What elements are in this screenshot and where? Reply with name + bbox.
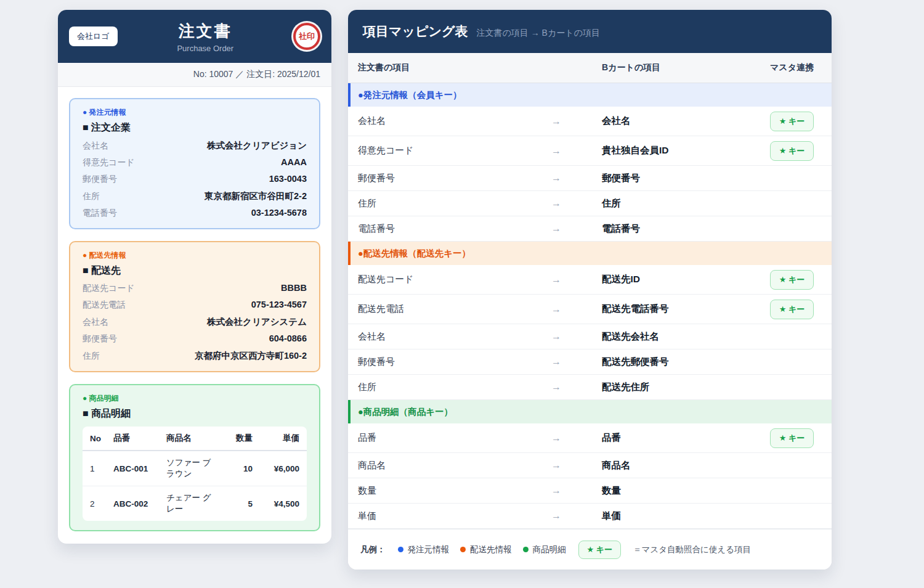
- mapping-row: 数量→数量: [348, 478, 832, 504]
- mapping-row: 商品名→商品名: [348, 453, 832, 478]
- item-table-row: 1ABC-001ソファー ブラウン10¥6,000: [83, 451, 307, 486]
- info-row: 電話番号03-1234-5678: [83, 208, 307, 219]
- info-label: 郵便番号: [83, 174, 117, 185]
- key-badge-cell: ★ キー: [762, 270, 822, 290]
- item-table-header-row: No品番商品名数量単価: [83, 427, 307, 451]
- info-value: 075-123-4567: [251, 300, 307, 309]
- info-row: 会社名株式会社クリアシステム: [83, 316, 307, 328]
- target-field-label: 品番: [602, 431, 762, 444]
- section-tag: ● 配送先情報: [83, 250, 307, 261]
- info-row: 会社名株式会社クリアビジョン: [83, 140, 307, 152]
- mapping-group-header: ●配送先情報（配送先キー）: [348, 242, 832, 265]
- section-heading: ■ 商品明細: [83, 407, 307, 420]
- key-badge: ★ キー: [770, 141, 814, 161]
- field-mapping-card: 項目マッピング表 注文書の項目 → Bカートの項目 注文書の項目 Bカートの項目…: [348, 10, 832, 570]
- legend-item-label: 商品明細: [533, 544, 566, 555]
- item-cell: チェアー グレー: [166, 492, 217, 515]
- item-column-header: 商品名: [166, 433, 217, 444]
- legend-item: 発注元情報: [398, 544, 450, 555]
- item-cell: ¥6,000: [253, 464, 299, 473]
- arrow-right-icon: →: [543, 173, 602, 184]
- info-label: 配送先電話: [83, 300, 126, 311]
- target-field-label: 単価: [602, 510, 762, 523]
- mapping-subtitle: 注文書の項目 → Bカートの項目: [476, 28, 599, 39]
- source-field-label: 数量: [358, 485, 543, 497]
- item-cell: ABC-002: [113, 499, 166, 508]
- company-seal-icon: 社印: [293, 23, 320, 50]
- column-header-master-link: マスタ連携: [762, 62, 822, 73]
- source-field-label: 得意先コード: [358, 145, 543, 157]
- info-value: BBBB: [281, 283, 307, 293]
- legend-key-note: ＝マスタ自動照合に使える項目: [633, 544, 751, 555]
- info-label: 電話番号: [83, 208, 117, 219]
- info-label: 住所: [83, 351, 100, 362]
- mapping-row: 配送先コード→配送先ID★ キー: [348, 265, 832, 295]
- source-field-label: 住所: [358, 198, 543, 210]
- arrow-right-icon: →: [543, 198, 602, 209]
- item-cell: ソファー ブラウン: [166, 457, 217, 480]
- info-row: 配送先コードBBBB: [83, 283, 307, 294]
- source-field-label: 配送先コード: [358, 274, 543, 285]
- item-detail-box: ● 商品明細■ 商品明細No品番商品名数量単価1ABC-001ソファー ブラウン…: [69, 384, 320, 531]
- target-field-label: 住所: [602, 197, 762, 210]
- legend-dot-icon: [523, 547, 529, 552]
- info-label: 郵便番号: [83, 333, 117, 345]
- legend-key-badge: ★ キー: [578, 541, 622, 559]
- arrow-right-icon: →: [543, 223, 602, 234]
- mapping-row: 郵便番号→配送先郵便番号: [348, 349, 832, 375]
- legend-dot-icon: [460, 547, 466, 552]
- purchase-order-card: 会社ロゴ 注文書 Purchase Order 社印 No: 10007 ／ 注…: [58, 10, 331, 544]
- key-badge: ★ キー: [770, 112, 814, 131]
- mapping-row: 電話番号→電話番号: [348, 216, 832, 242]
- item-column-header: 数量: [217, 433, 253, 444]
- mapping-row: 品番→品番★ キー: [348, 423, 832, 453]
- mapping-row: 会社名→会社名★ キー: [348, 107, 832, 136]
- legend-dot-icon: [398, 547, 403, 552]
- info-label: 住所: [83, 191, 100, 202]
- target-field-label: 配送先ID: [602, 273, 762, 286]
- key-badge-cell: ★ キー: [762, 300, 822, 319]
- mapping-row: 単価→単価: [348, 504, 832, 529]
- mapping-column-headers: 注文書の項目 Bカートの項目 マスタ連携: [348, 53, 832, 83]
- section-tag: ● 発注元情報: [83, 107, 307, 118]
- source-field-label: 郵便番号: [358, 173, 543, 184]
- target-field-label: 商品名: [602, 459, 762, 472]
- arrow-right-icon: →: [543, 274, 602, 285]
- info-value: 163-0043: [269, 174, 307, 184]
- item-column-header: 品番: [113, 433, 166, 444]
- source-field-label: 単価: [358, 510, 543, 522]
- info-value: 東京都新宿区市谷田町2-2: [205, 190, 307, 202]
- arrow-right-icon: →: [543, 433, 602, 444]
- column-header-order-field: 注文書の項目: [358, 62, 543, 73]
- mapping-row: 住所→配送先住所: [348, 375, 832, 400]
- legend-item-label: 配送先情報: [470, 544, 512, 555]
- purchase-order-title-block: 注文書 Purchase Order: [118, 20, 293, 53]
- purchase-order-title: 注文書: [118, 20, 293, 42]
- item-cell: 2: [90, 499, 113, 508]
- source-field-label: 電話番号: [358, 223, 543, 235]
- source-field-label: 品番: [358, 432, 543, 444]
- info-row: 住所京都府中京区西方寺町160-2: [83, 350, 307, 362]
- purchase-order-header: 会社ロゴ 注文書 Purchase Order 社印: [58, 10, 331, 63]
- mapping-row: 得意先コード→貴社独自会員ID★ キー: [348, 136, 832, 166]
- legend-item: 配送先情報: [460, 544, 512, 555]
- key-badge-cell: ★ キー: [762, 428, 822, 448]
- mapping-group-header: ●発注元情報（会員キー）: [348, 83, 832, 107]
- info-label: 会社名: [83, 317, 108, 328]
- mapping-table-body: ●発注元情報（会員キー）会社名→会社名★ キー得意先コード→貴社独自会員ID★ …: [348, 83, 832, 529]
- info-row: 郵便番号604-0866: [83, 333, 307, 345]
- company-logo-placeholder: 会社ロゴ: [69, 27, 118, 46]
- info-row: 得意先コードAAAA: [83, 157, 307, 168]
- mapping-card-header: 項目マッピング表 注文書の項目 → Bカートの項目: [348, 10, 832, 53]
- arrow-right-icon: →: [543, 145, 602, 157]
- order-number-and-date: No: 10007 ／ 注文日: 2025/12/01: [58, 63, 331, 87]
- legend-bar: 凡例： 発注元情報配送先情報商品明細 ★ キー ＝マスタ自動照合に使える項目: [348, 529, 832, 570]
- info-value: AAAA: [281, 157, 307, 167]
- item-cell: ¥4,500: [253, 499, 299, 508]
- key-badge: ★ キー: [770, 300, 814, 319]
- target-field-label: 郵便番号: [602, 172, 762, 185]
- item-cell: ABC-001: [113, 464, 166, 473]
- target-field-label: 配送先郵便番号: [602, 356, 762, 369]
- legend-label: 凡例：: [360, 544, 386, 555]
- info-value: 604-0866: [269, 333, 307, 343]
